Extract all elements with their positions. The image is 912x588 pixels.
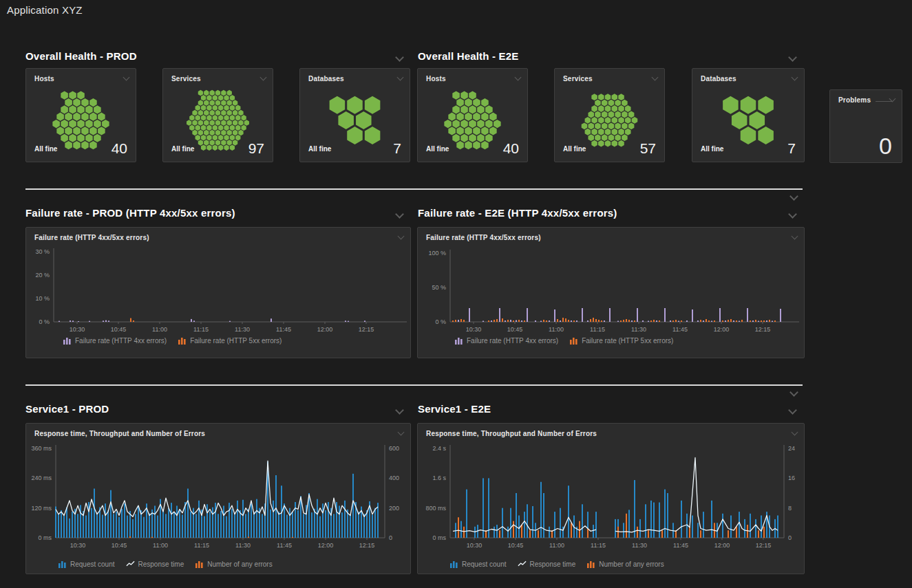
bar-chart-icon (569, 336, 578, 345)
bar-chart-icon (586, 560, 595, 568)
svg-text:10:30: 10:30 (466, 326, 482, 333)
svg-text:0: 0 (788, 534, 792, 541)
svg-text:10:30: 10:30 (70, 542, 86, 549)
section-title-failure-e2e: Failure rate - E2E (HTTP 4xx/5xx errors) (418, 207, 617, 219)
legend-label: Failure rate (HTTP 4xx errors) (75, 337, 167, 345)
chevron-down-icon[interactable] (789, 388, 798, 397)
svg-text:24: 24 (788, 445, 795, 452)
health-tile-e2e-hosts[interactable]: Hosts All fine 40 (417, 68, 528, 162)
svg-text:8: 8 (788, 505, 792, 512)
chevron-down-icon[interactable] (788, 406, 797, 415)
svg-text:400: 400 (389, 475, 399, 481)
bar-chart-icon (58, 560, 67, 568)
section-title-health-prod: Overall Health - PROD (25, 50, 137, 62)
legend-label: Failure rate (HTTP 5xx errors) (190, 337, 282, 345)
section-title-service-e2e: Service1 - E2E (418, 403, 491, 415)
service-metrics-chart: 360 ms240 ms120 ms0 ms600400200010:3010:… (26, 424, 410, 574)
chevron-down-icon[interactable] (395, 53, 404, 62)
chevron-down-icon[interactable] (788, 53, 797, 62)
health-status: All fine (563, 145, 586, 153)
chevron-down-icon[interactable] (789, 192, 798, 201)
health-tile-prod-databases[interactable]: Databases All fine 7 (299, 68, 410, 162)
health-tile-e2e-services[interactable]: Services All fine 57 (554, 68, 665, 162)
section-title-service-prod: Service1 - PROD (25, 403, 109, 415)
chart-legend: Request count Response time Number of an… (58, 560, 273, 568)
svg-text:11:45: 11:45 (673, 542, 688, 549)
chart-title: Response time, Throughput and Number of … (426, 430, 597, 437)
chart-title: Failure rate (HTTP 4xx/5xx errors) (34, 234, 149, 241)
health-count: 97 (248, 140, 264, 157)
svg-text:800 ms: 800 ms (425, 505, 446, 512)
line-chart-icon (126, 560, 135, 568)
legend-item: Failure rate (HTTP 4xx errors) (63, 336, 167, 345)
bar-chart-icon (454, 336, 463, 345)
svg-text:11:30: 11:30 (632, 542, 647, 549)
section-title-health-e2e: Overall Health - E2E (418, 50, 519, 62)
svg-text:20 %: 20 % (35, 272, 50, 279)
health-tile-prod-services[interactable]: Services All fine 97 (162, 68, 273, 162)
svg-text:12:15: 12:15 (359, 326, 374, 333)
svg-text:50 %: 50 % (432, 284, 446, 291)
chart-title: Failure rate (HTTP 4xx/5xx errors) (426, 234, 541, 241)
legend-item: Number of any errors (195, 560, 272, 568)
svg-text:30 %: 30 % (35, 248, 50, 255)
bar-chart-icon (63, 336, 72, 345)
section-divider (25, 384, 803, 386)
svg-text:10:45: 10:45 (507, 326, 523, 333)
chevron-down-icon[interactable] (788, 210, 797, 219)
health-tile-prod-hosts[interactable]: Hosts All fine 40 (25, 68, 136, 162)
svg-text:0 %: 0 % (39, 318, 50, 325)
legend-item: Request count (58, 560, 115, 568)
health-status: All fine (308, 145, 331, 153)
dashboard: Application XYZ Overall Health - PROD Ov… (0, 0, 912, 588)
svg-text:240 ms: 240 ms (31, 475, 52, 481)
svg-text:10 %: 10 % (35, 295, 50, 302)
problems-tile[interactable]: Problems 0 (829, 89, 902, 163)
svg-text:11:15: 11:15 (194, 542, 209, 549)
svg-text:0 ms: 0 ms (38, 534, 52, 541)
legend-label: Failure rate (HTTP 4xx errors) (467, 337, 558, 345)
service-chart-tile-e2e[interactable]: 2.4 s1.6 s800 ms0 ms24168010:3010:4511:0… (417, 423, 805, 574)
health-status: All fine (171, 145, 194, 153)
svg-text:600: 600 (389, 445, 399, 452)
chart-legend: Request count Response time Number of an… (449, 560, 664, 568)
failure-chart-tile-e2e[interactable]: 100 %50 %0 %10:3010:4511:0011:1511:3011:… (417, 227, 805, 358)
svg-text:100 %: 100 % (428, 250, 446, 257)
legend-item: Request count (449, 560, 507, 568)
health-count: 7 (393, 140, 401, 157)
svg-text:10:30: 10:30 (467, 542, 482, 549)
bar-chart-icon (178, 336, 187, 345)
svg-text:16: 16 (788, 475, 795, 481)
svg-text:11:00: 11:00 (549, 326, 564, 333)
health-count: 57 (640, 140, 656, 157)
svg-text:11:45: 11:45 (277, 542, 292, 549)
svg-text:0: 0 (389, 534, 392, 541)
legend-item: Failure rate (HTTP 5xx errors) (569, 336, 673, 345)
failure-chart-tile-prod[interactable]: 30 %20 %10 %0 %10:3010:4511:0011:1511:30… (25, 227, 411, 358)
bar-chart-icon (449, 560, 458, 568)
svg-text:11:15: 11:15 (193, 326, 209, 333)
line-chart-icon (518, 560, 527, 568)
svg-text:0 %: 0 % (435, 318, 446, 325)
chevron-down-icon[interactable] (395, 406, 404, 415)
svg-text:11:00: 11:00 (153, 542, 168, 549)
svg-text:11:15: 11:15 (591, 542, 606, 549)
health-status: All fine (426, 145, 449, 153)
svg-text:12:00: 12:00 (714, 542, 730, 549)
svg-text:11:30: 11:30 (235, 542, 251, 549)
tile-title: Problems (838, 96, 871, 104)
health-status: All fine (34, 145, 57, 153)
legend-item: Number of any errors (586, 560, 664, 568)
health-tile-e2e-databases[interactable]: Databases All fine 7 (692, 68, 805, 162)
svg-text:12:00: 12:00 (317, 326, 333, 333)
svg-text:11:15: 11:15 (590, 326, 605, 333)
svg-text:360 ms: 360 ms (31, 445, 52, 452)
svg-text:120 ms: 120 ms (31, 505, 52, 512)
chevron-down-icon[interactable] (395, 210, 404, 219)
legend-label: Number of any errors (207, 560, 272, 568)
svg-text:11:30: 11:30 (235, 326, 250, 333)
svg-text:12:15: 12:15 (359, 542, 375, 549)
service-chart-tile-prod[interactable]: 360 ms240 ms120 ms0 ms600400200010:3010:… (25, 423, 411, 574)
svg-text:11:00: 11:00 (152, 326, 167, 333)
svg-text:10:45: 10:45 (508, 542, 524, 549)
